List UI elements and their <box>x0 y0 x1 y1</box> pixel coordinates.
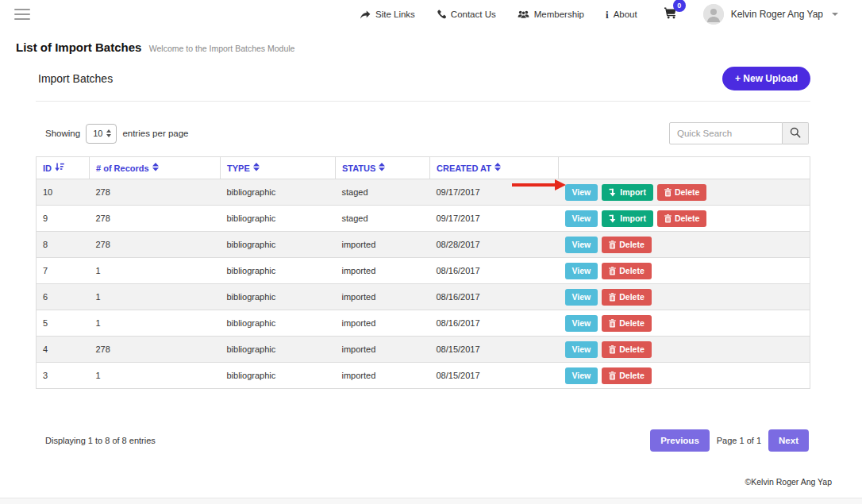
cell-actions: ViewImportDelete <box>559 206 810 232</box>
view-button[interactable]: View <box>565 289 598 306</box>
nav-membership[interactable]: Membership <box>518 10 584 19</box>
sort-desc-icon <box>55 163 64 173</box>
cell-actions: ViewDelete <box>559 363 810 389</box>
sort-icon <box>379 163 385 173</box>
cell-created-at: 08/16/2017 <box>430 284 559 310</box>
column-header-actions <box>559 157 810 179</box>
delete-button[interactable]: Delete <box>602 289 652 306</box>
cell-status: imported <box>336 337 430 363</box>
import-icon <box>609 188 617 197</box>
search-input[interactable] <box>669 122 783 144</box>
topbar: Site Links Contact Us Membership i About <box>0 0 862 29</box>
next-button[interactable]: Next <box>768 429 809 452</box>
nav-site-links[interactable]: Site Links <box>360 10 415 20</box>
cell-status: imported <box>336 363 430 389</box>
avatar <box>703 4 724 25</box>
cell-records: 1 <box>90 363 221 389</box>
nav-about[interactable]: i About <box>606 10 637 20</box>
page-status: Page 1 of 1 <box>717 436 761 445</box>
delete-button-label: Delete <box>675 214 700 223</box>
delete-button-label: Delete <box>619 240 645 249</box>
page-heading: List of Import Batches Welcome to the Im… <box>0 29 862 55</box>
sort-icon <box>253 163 260 173</box>
share-icon <box>360 10 371 20</box>
cell-records: 1 <box>90 284 221 310</box>
chevron-down-icon <box>832 13 838 16</box>
cell-actions: ViewDelete <box>559 310 810 337</box>
per-page-select[interactable]: 10 <box>86 124 117 144</box>
column-header-status[interactable]: STATUS <box>336 157 430 179</box>
trash-icon <box>609 371 616 380</box>
cell-created-at: 09/17/2017 <box>430 179 559 206</box>
delete-button[interactable]: Delete <box>657 184 707 201</box>
cell-type: bibliographic <box>221 206 336 232</box>
trash-icon <box>609 240 616 249</box>
cart-button[interactable]: 0 <box>664 6 677 22</box>
nav-label: Membership <box>534 10 584 19</box>
delete-button-label: Delete <box>619 371 645 380</box>
cell-id: 7 <box>37 258 90 284</box>
nav-label: Contact Us <box>451 10 496 19</box>
per-page-value: 10 <box>93 129 102 138</box>
view-button[interactable]: View <box>565 315 598 332</box>
users-icon <box>518 10 529 19</box>
cell-created-at: 08/28/2017 <box>430 232 559 258</box>
cell-created-at: 08/15/2017 <box>430 363 559 389</box>
nav-contact-us[interactable]: Contact Us <box>437 10 496 19</box>
delete-button-label: Delete <box>619 292 645 302</box>
import-button[interactable]: Import <box>602 184 653 201</box>
panel-title: Import Batches <box>38 72 113 85</box>
view-button[interactable]: View <box>565 237 598 253</box>
delete-button[interactable]: Delete <box>657 210 707 227</box>
view-button-label: View <box>572 371 591 380</box>
column-header-id[interactable]: ID <box>37 157 90 179</box>
delete-button-label: Delete <box>675 187 700 197</box>
cell-created-at: 08/15/2017 <box>430 337 559 363</box>
table-row: 3 1 bibliographic imported 08/15/2017 Vi… <box>37 363 810 389</box>
page-title: List of Import Batches <box>16 40 141 54</box>
new-upload-button[interactable]: + New Upload <box>722 67 810 90</box>
cell-id: 3 <box>37 363 90 389</box>
cell-type: bibliographic <box>221 363 336 389</box>
import-button[interactable]: Import <box>602 210 653 227</box>
cell-status: imported <box>336 284 430 310</box>
cell-type: bibliographic <box>221 179 336 206</box>
cell-id: 4 <box>37 337 90 363</box>
cell-actions: ViewDelete <box>559 258 810 284</box>
cell-type: bibliographic <box>221 310 336 337</box>
view-button[interactable]: View <box>565 184 598 201</box>
cell-created-at: 08/16/2017 <box>430 258 559 284</box>
column-header-created-at[interactable]: CREATED AT <box>430 157 559 179</box>
import-icon <box>609 214 617 223</box>
cell-type: bibliographic <box>221 232 336 258</box>
cell-id: 8 <box>37 232 90 258</box>
table-row: 5 1 bibliographic imported 08/16/2017 Vi… <box>37 310 810 337</box>
phone-icon <box>437 10 446 19</box>
cell-status: staged <box>336 206 430 232</box>
sort-icon <box>152 163 159 173</box>
import-button-label: Import <box>620 187 646 197</box>
user-menu[interactable]: Kelvin Roger Ang Yap <box>703 4 838 25</box>
column-header-type[interactable]: TYPE <box>221 157 336 179</box>
view-button[interactable]: View <box>565 263 598 279</box>
menu-icon[interactable] <box>14 6 32 23</box>
search-button[interactable] <box>783 122 809 144</box>
delete-button-label: Delete <box>619 344 645 354</box>
view-button[interactable]: View <box>565 367 598 384</box>
column-header-records[interactable]: # of Records <box>90 157 221 179</box>
delete-button[interactable]: Delete <box>602 263 652 279</box>
top-nav: Site Links Contact Us Membership i About <box>360 4 838 25</box>
delete-button[interactable]: Delete <box>602 237 652 253</box>
trash-icon <box>609 293 616 302</box>
delete-button[interactable]: Delete <box>602 367 652 384</box>
delete-button[interactable]: Delete <box>602 315 652 332</box>
view-button[interactable]: View <box>565 341 598 358</box>
previous-button[interactable]: Previous <box>650 429 710 452</box>
content: Import Batches + New Upload Showing 10 e… <box>36 67 810 452</box>
sort-icon <box>494 163 501 173</box>
delete-button[interactable]: Delete <box>602 341 652 358</box>
trash-icon <box>609 319 616 328</box>
delete-button-label: Delete <box>619 266 645 275</box>
view-button[interactable]: View <box>565 210 598 227</box>
cell-records: 1 <box>90 258 221 284</box>
